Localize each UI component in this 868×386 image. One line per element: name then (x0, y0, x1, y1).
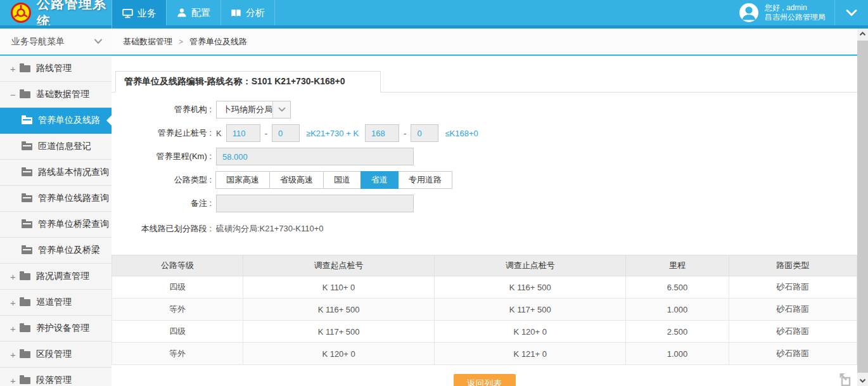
expand-plus-icon[interactable]: + (10, 63, 20, 74)
cell-mileage: 2.500 (626, 321, 729, 343)
sidebar-item-label: 匝道信息登记 (38, 141, 91, 152)
folder-icon (20, 299, 30, 306)
sidebar-item-paragraph-mgmt[interactable]: + 段落管理 (0, 368, 112, 386)
mileage-input[interactable] (216, 148, 414, 165)
tab-config[interactable]: 配置 (166, 0, 220, 25)
road-type-national-expressway-button[interactable]: 国家高速 (215, 171, 270, 189)
folder-icon (20, 65, 30, 72)
table-row: 四级 K 110+ 0 K 116+ 500 6.500 砂石路面 (112, 276, 857, 299)
expand-plus-icon[interactable]: + (10, 297, 20, 308)
divided-sections-value: 硫磺沟分局:K21+730-K110+0 (216, 223, 324, 235)
sidebar-header[interactable]: 业务导航菜单 (0, 29, 112, 56)
top-nav: 业务 配置 分析 (112, 0, 275, 29)
cell-road-grade: 等外 (112, 343, 243, 365)
cell-mileage: 1.000 (626, 299, 729, 321)
edit-tab-title[interactable]: 管养单位及线路编辑-路线名称：S101 K21+730-K168+0 (115, 71, 381, 93)
cell-end-stake: K 120+ 0 (435, 321, 626, 343)
form-row-road-type: 公路类型 : 国家高速 省级高速 国道 省道 专用道路 (112, 170, 857, 190)
form-row-divided-sections: 本线路已划分路段 : 硫磺沟分局:K21+730-K110+0 (112, 219, 857, 238)
folder-icon (20, 325, 30, 332)
col-survey-start-stake: 调查起点桩号 (243, 255, 434, 276)
scroll-down-chevron-icon[interactable] (857, 375, 868, 386)
main-content: 管养单位及线路编辑-路线名称：S101 K21+730-K168+0 管养机构 … (112, 57, 857, 386)
sidebar-item-road-condition-mgmt[interactable]: + 路况调查管理 (0, 264, 112, 290)
road-type-provincial-road-button[interactable]: 省道 (361, 171, 399, 189)
form-row-org: 管养机构 : 卜玛纳斯分局 (112, 100, 857, 119)
survey-table: 公路等级 调查起点桩号 调查止点桩号 里程 路面类型 四级 K 110+ 0 K… (112, 255, 857, 365)
sidebar-item-label: 管养单位及线路 (38, 115, 100, 126)
app-brand: 公路管理系统 (0, 0, 112, 25)
road-type-national-road-button[interactable]: 国道 (323, 171, 361, 189)
cell-pavement: 砂石路面 (729, 343, 857, 365)
sidebar-item-equipment-mgmt[interactable]: + 养护设备管理 (0, 316, 112, 342)
expand-plus-icon[interactable]: + (10, 375, 20, 386)
cell-pavement: 砂石路面 (729, 321, 857, 343)
stake-label: 管养起止桩号 : (112, 127, 216, 139)
vertical-scrollbar[interactable] (857, 29, 868, 386)
sidebar-item-label: 养护设备管理 (36, 323, 89, 334)
scrollbar-thumb[interactable] (857, 41, 868, 373)
sidebar-item-label: 段落管理 (36, 375, 72, 386)
sidebar-item-unit-line-query[interactable]: 管养单位线路查询 (0, 186, 112, 212)
sidebar-item-label: 区段管理 (36, 349, 72, 360)
sidebar-item-label: 管养单位桥梁查询 (38, 219, 109, 230)
select-chevron-down-icon[interactable] (272, 101, 290, 118)
stake-dash: - (404, 129, 406, 138)
sidebar-item-unit-bridges[interactable]: 管养单位及桥梁 (0, 238, 112, 264)
cell-end-stake: K 121+ 0 (435, 343, 626, 365)
folder-icon (20, 351, 30, 358)
scroll-up-chevron-icon[interactable] (857, 29, 868, 39)
sidebar-item-label: 基础数据管理 (36, 89, 89, 100)
form-row-stakes: 管养起止桩号 : K - ≥K21+730 + K - ≤K168+0 (112, 124, 857, 143)
stake-start-km-input[interactable] (226, 124, 260, 142)
folder-icon (22, 169, 32, 176)
app-header: 公路管理系统 业务 配置 (0, 0, 868, 29)
folder-icon (22, 221, 32, 228)
stake-end-km-input[interactable] (365, 124, 399, 142)
sidebar-item-ramp-info[interactable]: 匝道信息登记 (0, 134, 112, 160)
sidebar-title: 业务导航菜单 (11, 36, 94, 48)
table-header-row: 公路等级 调查起点桩号 调查止点桩号 里程 路面类型 (112, 255, 857, 276)
sidebar-item-section-mgmt[interactable]: + 区段管理 (0, 342, 112, 368)
export-arrow-icon[interactable] (837, 371, 853, 386)
form-row-remark: 备注 : (112, 194, 857, 213)
folder-icon (22, 195, 32, 202)
sidebar-item-basic-data-mgmt[interactable]: − 基础数据管理 (0, 82, 112, 108)
folder-icon (20, 273, 30, 280)
folder-icon (20, 377, 30, 384)
remark-input[interactable] (216, 195, 414, 212)
breadcrumb: 基础数据管理 > 管养单位及线路 (112, 29, 857, 56)
cell-start-stake: K 117+ 500 (243, 321, 434, 343)
road-type-provincial-expressway-button[interactable]: 省级高速 (269, 171, 324, 189)
cell-road-grade: 等外 (112, 299, 243, 321)
expand-plus-icon[interactable]: + (10, 323, 20, 334)
footer-bar: 返回列表 (112, 374, 857, 386)
back-to-list-button[interactable]: 返回列表 (454, 374, 516, 386)
sidebar-item-unit-bridge-query[interactable]: 管养单位桥梁查询 (0, 212, 112, 238)
app-logo-icon (10, 2, 32, 23)
cell-pavement: 砂石路面 (729, 299, 857, 321)
sidebar-item-route-basic-query[interactable]: 路线基本情况查询 (0, 160, 112, 186)
expand-plus-icon[interactable]: + (10, 271, 20, 282)
user-info[interactable]: 您好 , admin 昌吉州公路管理局 (738, 2, 834, 23)
user-org: 昌吉州公路管理局 (765, 13, 826, 22)
col-pavement-type: 路面类型 (729, 255, 857, 276)
tab-business[interactable]: 业务 (112, 0, 166, 29)
folder-icon (20, 91, 30, 98)
expand-plus-icon[interactable]: + (10, 349, 20, 360)
breadcrumb-item-basic-data[interactable]: 基础数据管理 (123, 36, 172, 48)
org-select[interactable]: 卜玛纳斯分局 (216, 101, 291, 119)
stake-end-m-input[interactable] (411, 124, 438, 142)
collapse-minus-icon[interactable]: − (10, 89, 20, 100)
tab-analysis[interactable]: 分析 (220, 0, 275, 25)
sidebar-item-patrol-mgmt[interactable]: + 巡道管理 (0, 290, 112, 316)
breadcrumb-item-current[interactable]: 管养单位及线路 (189, 36, 247, 48)
user-menu-chevron-down-icon[interactable] (835, 0, 868, 25)
sidebar-item-route-mgmt[interactable]: + 路线管理 (0, 56, 112, 82)
cell-pavement: 砂石路面 (729, 276, 857, 299)
folder-icon (22, 117, 32, 124)
sidebar-item-maintenance-unit-lines[interactable]: 管养单位及线路 (0, 108, 112, 134)
road-type-special-road-button[interactable]: 专用道路 (398, 171, 452, 189)
stake-start-m-input[interactable] (272, 124, 300, 142)
tab-config-label: 配置 (191, 7, 210, 19)
